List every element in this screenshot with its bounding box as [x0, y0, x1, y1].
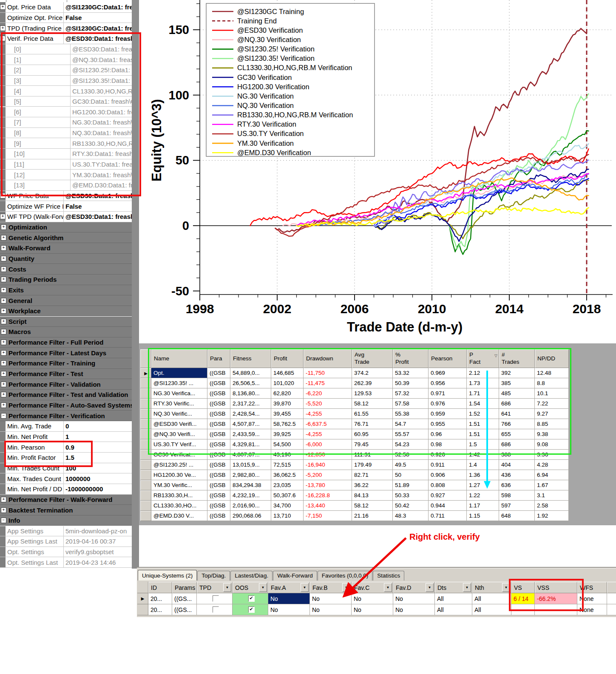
property-row-app-settings-last[interactable]: App Settings Last2019-04-16 00:37 [0, 536, 132, 547]
expand-icon[interactable]: + [1, 507, 6, 513]
property-value[interactable]: 2019-04-16 00:37 [63, 536, 132, 547]
tab-walk-forward[interactable]: Walk-Forward [273, 571, 317, 581]
property-value[interactable]: verify9.gsboptset [63, 547, 132, 557]
property-value[interactable]: US.30.TY:Data1: freash\US [70, 159, 132, 170]
property-value[interactable]: 5min-download-pz-on [63, 526, 132, 536]
table-row-nq-30-verifi[interactable]: @NQ.30 Verifi...((GSB2,433,59...39,925-4… [140, 429, 569, 439]
table-row-ym-30-verific[interactable]: YM.30 Verific...((GSB834,294.3823,035-13… [140, 480, 569, 490]
property-row-wf-tpd-walk-forward-tpd[interactable]: +WF TPD (Walk-Forward TPD)@ESD30:Data1: … [0, 212, 132, 222]
table-row-nq-30-verific[interactable]: NQ.30 Verific...((GSB2,428,54...39,455-4… [140, 409, 569, 419]
current-row-marker-icon[interactable]: ▶ [140, 368, 151, 378]
table-row-opt[interactable]: ▶Opt.((GSB54,889,0...146,685-11,750374.2… [140, 368, 569, 378]
property-value[interactable]: -1000000000 [63, 484, 132, 494]
row-selector[interactable] [140, 378, 151, 388]
tpd-checkbox[interactable] [213, 595, 219, 602]
cell-vss[interactable]: -66.2% [535, 593, 577, 604]
row-selector[interactable] [140, 419, 151, 429]
grid-column-header-wfs[interactable]: WFS [577, 582, 607, 593]
expand-icon[interactable]: + [1, 319, 6, 324]
filter-dropdown-button[interactable]: ▼ [502, 583, 510, 592]
filter-dropdown-button[interactable]: ▼ [384, 583, 392, 592]
property-row-optimize-wf-price-data[interactable]: Optimize WF Price DataFalse [0, 201, 132, 212]
grid-column-header-tpd[interactable]: TPD▼ [197, 582, 233, 593]
category-row-optimization[interactable]: +Optimization [0, 222, 132, 233]
expand-icon[interactable]: + [1, 350, 6, 356]
expand-icon[interactable]: + [1, 340, 6, 345]
cell-fav-d[interactable]: No [393, 604, 435, 615]
expand-icon[interactable]: + [1, 360, 6, 366]
property-row-verif-price-data[interactable]: −Verif. Price Data@ESD30:Data1: freash [0, 34, 132, 44]
cell-vs[interactable] [511, 604, 535, 615]
grid-column-header-vs[interactable]: VS [511, 582, 535, 593]
filter-dropdown-button[interactable]: ▼ [463, 583, 471, 592]
property-value[interactable]: @EMD.D30:Data1: freash [70, 180, 132, 190]
cell-dts[interactable]: All [435, 604, 472, 615]
oos-checkbox[interactable]: ✔ [248, 606, 255, 613]
grid-column-header-vss[interactable]: VSS [535, 582, 577, 593]
filter-dropdown-button[interactable]: ▼ [426, 583, 434, 592]
category-row-exits[interactable]: +Exits [0, 285, 132, 296]
property-value[interactable]: HG1200.30:Data1: freash [70, 107, 132, 117]
property-row-5[interactable]: [5]GC30:Data1: freash\GC30 [0, 96, 132, 107]
property-row-max-trades-count[interactable]: Max. Trades Count1000000 [0, 473, 132, 484]
property-value[interactable]: @ESD30:Data1: freash [70, 44, 132, 54]
column-header-pearson[interactable]: Pearson [429, 349, 467, 368]
column-header-fitness[interactable]: Fitness [230, 349, 271, 368]
table-row-us-30-ty-verif[interactable]: US.30.TY Verif...((GSB4,329,81...54,500-… [140, 439, 569, 450]
cell-nth[interactable]: All [472, 604, 511, 615]
property-row-0[interactable]: [0]@ESD30:Data1: freash [0, 44, 132, 55]
tab-favorites-0-0-0-0[interactable]: Favorites (0,0,0,0) [318, 571, 373, 581]
property-value[interactable]: NG.30:Data1: freash\NG [70, 117, 132, 127]
cell-id[interactable]: 20... [148, 593, 172, 604]
category-row-info[interactable]: −Info [0, 515, 132, 526]
property-value[interactable]: 100 [63, 463, 132, 473]
cell-fav-c[interactable]: No [352, 604, 393, 615]
category-row-script[interactable]: +Script [0, 317, 132, 327]
category-row-performance-filter-walk-forward[interactable]: +Performance Filter - Walk-Forward [0, 495, 132, 505]
table-row-hg1200-30-ve[interactable]: HG1200.30 Ve...((GSB2,982,80...36,062.5-… [140, 470, 569, 480]
row-selector[interactable] [140, 501, 151, 511]
category-row-trading-periods[interactable]: +Trading Periods [0, 275, 132, 285]
row-selector[interactable] [140, 429, 151, 439]
cell-id[interactable]: 20... [148, 604, 172, 615]
row-selector[interactable] [140, 439, 151, 450]
system-row[interactable]: 20...((GS...✔NoNoNoNoAllAllNone [137, 604, 616, 615]
row-selector[interactable] [140, 460, 151, 470]
table-row-emd-d30-v[interactable]: @EMD.D30 V...((GSB290,068.0613,710-7,150… [140, 511, 569, 521]
grid-column-header-fav-d[interactable]: Fav.D▼ [393, 582, 435, 593]
property-row-min-net-profit-dd[interactable]: Min. Net Profit / DD-1000000000 [0, 484, 132, 495]
table-row-gc30-verificat[interactable]: GC30 Verificat...((GSB4,807,67...43,190-… [140, 450, 569, 460]
property-row-6[interactable]: [6]HG1200.30:Data1: freash [0, 107, 132, 118]
property-value[interactable]: @SI1230.35!:Data1: freash [70, 76, 132, 86]
expand-icon[interactable]: + [1, 392, 6, 397]
category-row-performance-filter-validation[interactable]: +Performance Filter - Validation [0, 379, 132, 390]
grid-column-header-fav-a[interactable]: Fav.A▼ [268, 582, 310, 593]
cell-fav-c[interactable]: No [352, 593, 393, 604]
row-selector[interactable] [140, 470, 151, 480]
expand-icon[interactable]: + [1, 308, 6, 314]
property-value[interactable]: 0.9 [63, 442, 132, 452]
row-selector[interactable] [140, 409, 151, 419]
property-row-4[interactable]: [4]CL1330.30,HO,NG,RB.M:Data1 [0, 86, 132, 96]
cell-fav-a[interactable]: No [268, 604, 310, 615]
expand-icon[interactable]: + [1, 224, 6, 230]
column-header-trades[interactable]: # Trades [499, 349, 535, 368]
expand-icon[interactable]: + [0, 214, 6, 219]
property-value[interactable]: False [63, 13, 132, 23]
property-row-min-pearson[interactable]: Min. Pearson0.9 [0, 442, 132, 453]
oos-checkbox[interactable]: ✔ [233, 593, 268, 604]
grid-column-header-fav-b[interactable]: Fav.B▼ [310, 582, 352, 593]
grid-column-header-params[interactable]: Params [172, 582, 197, 593]
table-row-esd30-verifi[interactable]: @ESD30 Verifi...((GSB4,507,87...58,762.5… [140, 419, 569, 429]
category-row-performance-filter-verification[interactable]: −Performance Filter - Verification [0, 411, 132, 421]
property-value[interactable]: @ESD30:Data1: freash [63, 212, 132, 222]
category-row-performance-filter-auto-saved-system[interactable]: +Performance Filter - Auto-Saved Systems [0, 400, 132, 411]
cell-dts[interactable]: All [435, 593, 472, 604]
property-value[interactable]: CL1330.30,HO,NG,RB.M:Data1 [70, 86, 132, 96]
category-row-performance-filter-latest-days[interactable]: +Performance Filter - Latest Days [0, 348, 132, 358]
property-row-9[interactable]: [9]RB1330.30,HO,NG,RB.M:Data1 [0, 138, 132, 149]
tab-top-diag[interactable]: Top/Diag. [197, 571, 230, 581]
filter-dropdown-button[interactable]: ▼ [259, 583, 267, 592]
tab-unique-systems-2[interactable]: Unique-Systems (2) [138, 570, 197, 581]
current-row-marker-icon[interactable]: ▶ [137, 593, 148, 604]
